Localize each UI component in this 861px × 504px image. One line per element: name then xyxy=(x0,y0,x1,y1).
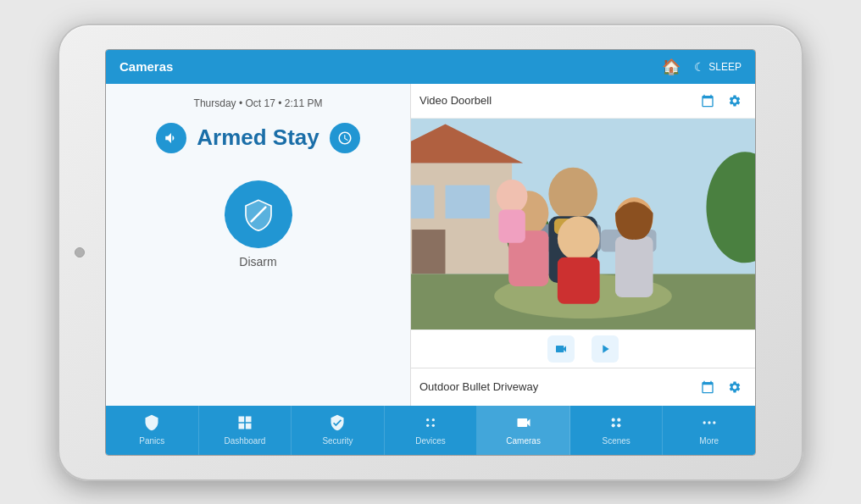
camera-1-record-button[interactable] xyxy=(547,335,575,363)
armed-status: Armed Stay xyxy=(197,125,319,151)
nav-more[interactable]: More xyxy=(663,406,755,455)
tablet-side-button[interactable] xyxy=(75,247,85,258)
camera-1-play-button[interactable] xyxy=(592,335,619,363)
svg-rect-21 xyxy=(498,209,525,242)
status-row: Armed Stay xyxy=(156,123,360,153)
sleep-moon-icon: ☾ xyxy=(694,60,705,74)
camera-section-1: Video Doorbell xyxy=(411,84,755,368)
nav-scenes[interactable]: Scenes xyxy=(570,406,664,455)
svg-point-20 xyxy=(497,180,528,213)
svg-rect-3 xyxy=(411,185,434,218)
svg-point-22 xyxy=(558,216,600,260)
nav-panics[interactable]: Panics xyxy=(106,406,199,455)
sleep-button[interactable]: ☾ SLEEP xyxy=(694,60,742,74)
svg-point-30 xyxy=(612,418,615,422)
svg-point-34 xyxy=(703,421,705,424)
svg-point-32 xyxy=(612,424,615,427)
tablet-shell: Cameras 🏠 ☾ SLEEP Thursday • Oct 17 • 2:… xyxy=(58,24,803,481)
nav-scenes-label: Scenes xyxy=(603,436,630,446)
nav-devices[interactable]: Devices xyxy=(385,406,478,455)
svg-point-29 xyxy=(432,424,435,427)
sleep-label: SLEEP xyxy=(708,61,742,73)
camera-1-feed xyxy=(411,119,755,330)
clock-button[interactable] xyxy=(330,123,360,153)
svg-point-31 xyxy=(617,418,620,422)
nav-panics-label: Panics xyxy=(139,436,164,446)
camera-1-name: Video Doorbell xyxy=(419,94,692,107)
svg-point-15 xyxy=(548,167,597,220)
camera-1-settings-button[interactable] xyxy=(723,89,747,113)
disarm-container: Disarm xyxy=(225,180,292,269)
right-panel: Video Doorbell xyxy=(411,84,755,406)
nav-dashboard[interactable]: Dashboard xyxy=(199,406,292,455)
disarm-button[interactable] xyxy=(225,180,292,248)
camera-2-calendar-button[interactable] xyxy=(696,375,719,399)
svg-point-33 xyxy=(617,424,620,427)
top-bar-title: Cameras xyxy=(119,59,648,74)
panics-icon xyxy=(143,414,160,434)
nav-security-label: Security xyxy=(322,436,353,446)
nav-devices-label: Devices xyxy=(415,436,446,446)
svg-point-26 xyxy=(426,418,429,421)
nav-more-label: More xyxy=(699,436,719,446)
camera-section-2: Outdoor Bullet Driveway xyxy=(411,368,755,406)
svg-rect-23 xyxy=(558,257,600,303)
svg-point-28 xyxy=(426,424,429,427)
top-bar: Cameras 🏠 ☾ SLEEP xyxy=(106,50,755,84)
svg-point-27 xyxy=(432,418,435,421)
svg-point-36 xyxy=(713,421,715,424)
screen: Cameras 🏠 ☾ SLEEP Thursday • Oct 17 • 2:… xyxy=(105,49,756,456)
svg-rect-25 xyxy=(615,235,653,296)
svg-point-35 xyxy=(708,421,710,424)
bottom-nav: Panics Dashboard Security xyxy=(106,406,755,455)
nav-cameras[interactable]: Cameras xyxy=(477,406,570,455)
dashboard-icon xyxy=(236,414,253,434)
devices-icon xyxy=(422,414,439,434)
svg-rect-5 xyxy=(412,230,445,274)
cameras-icon xyxy=(515,414,532,434)
svg-rect-4 xyxy=(445,185,489,218)
security-icon xyxy=(329,414,346,434)
main-content: Thursday • Oct 17 • 2:11 PM Armed Stay xyxy=(106,84,755,406)
nav-dashboard-label: Dashboard xyxy=(224,436,265,446)
more-icon xyxy=(701,414,718,434)
camera-1-calendar-button[interactable] xyxy=(696,89,719,113)
camera-2-name: Outdoor Bullet Driveway xyxy=(419,380,692,393)
nav-security[interactable]: Security xyxy=(292,406,385,455)
sound-button[interactable] xyxy=(156,123,186,153)
nav-cameras-label: Cameras xyxy=(506,436,541,446)
left-panel: Thursday • Oct 17 • 2:11 PM Armed Stay xyxy=(106,84,411,406)
camera-1-header: Video Doorbell xyxy=(411,84,755,119)
camera-2-settings-button[interactable] xyxy=(723,375,747,399)
home-icon[interactable]: 🏠 xyxy=(662,58,680,76)
camera-1-controls xyxy=(411,330,755,368)
scenes-icon xyxy=(608,414,625,434)
disarm-label: Disarm xyxy=(239,255,276,269)
datetime-display: Thursday • Oct 17 • 2:11 PM xyxy=(194,97,323,109)
